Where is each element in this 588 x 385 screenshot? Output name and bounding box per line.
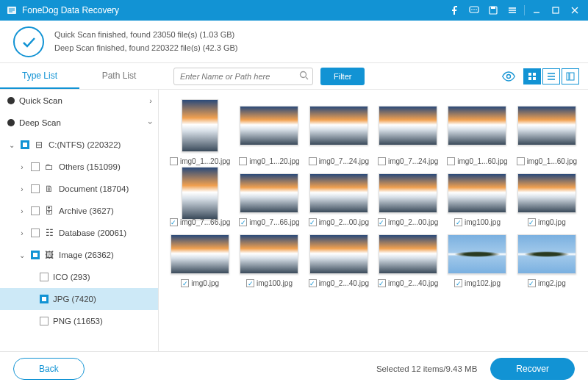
preview-toggle-icon[interactable] (501, 71, 516, 82)
filter-button[interactable]: Filter (320, 68, 365, 85)
checkbox[interactable] (31, 206, 40, 215)
tree-drive[interactable]: ⌄⊟C:(NTFS) (220322) (0, 134, 158, 156)
checkbox[interactable] (40, 317, 49, 325)
thumbnail-item[interactable]: img0_2...40.jpg (376, 232, 440, 287)
thumbnail-item[interactable]: img0_2...00.jpg (376, 171, 440, 226)
thumbnail-image[interactable] (171, 232, 229, 276)
checkbox[interactable] (246, 279, 254, 287)
checkbox[interactable] (454, 218, 462, 226)
menu-icon[interactable] (505, 3, 520, 18)
thumbnail-image[interactable] (309, 171, 368, 215)
thumbnail-image[interactable] (517, 97, 576, 154)
checkbox[interactable] (31, 251, 40, 259)
tree-image[interactable]: ⌄🖼Image (26362) (0, 244, 158, 266)
thumbnail-image[interactable] (182, 97, 218, 154)
checkbox[interactable] (170, 157, 178, 165)
view-grid-button[interactable] (523, 68, 541, 84)
checkbox[interactable] (309, 279, 317, 287)
checkbox[interactable] (31, 229, 40, 237)
thumbnail-item[interactable]: img0_1...60.jpg (445, 97, 509, 165)
thumbnail-image[interactable] (379, 232, 437, 276)
checkbox[interactable] (454, 279, 462, 287)
thumbnail-item[interactable]: img100.jpg (237, 232, 301, 287)
tree-others[interactable]: ›🗀Others (151099) (0, 156, 158, 178)
titlebar: FoneDog Data Recovery (0, 0, 588, 21)
view-detail-button[interactable] (562, 68, 579, 84)
thumbnail-item[interactable]: img0_7...24.jpg (376, 97, 440, 165)
feedback-icon[interactable] (467, 3, 481, 18)
checkbox[interactable] (309, 157, 317, 165)
maximize-icon[interactable] (548, 3, 563, 18)
thumbnail-image[interactable] (309, 97, 368, 154)
tree-deep-scan[interactable]: Deep Scan› (0, 112, 158, 134)
thumbnail-image[interactable] (240, 171, 298, 215)
checkbox[interactable] (31, 162, 40, 171)
status-area: Quick Scan finished, found 23050 file(s)… (0, 21, 588, 63)
checkbox[interactable] (528, 218, 536, 226)
thumbnail-item[interactable]: img0_2...40.jpg (306, 232, 371, 287)
checkbox[interactable] (21, 140, 29, 149)
search-icon[interactable] (299, 71, 309, 80)
checkbox[interactable] (40, 295, 49, 303)
thumbnail-image[interactable] (309, 232, 368, 276)
thumbnail-item[interactable]: img0_2...00.jpg (306, 171, 371, 226)
tree-database[interactable]: ›☷Database (20061) (0, 222, 158, 244)
checkbox[interactable] (378, 279, 386, 287)
thumbnail-image[interactable] (448, 97, 506, 154)
thumbnail-image[interactable] (240, 232, 298, 276)
checkbox[interactable] (239, 157, 247, 165)
thumbnail-item[interactable]: img0_1...60.jpg (514, 97, 579, 165)
checkbox[interactable] (378, 157, 386, 165)
tree-quick-scan[interactable]: Quick Scan› (0, 90, 158, 112)
status-line-2: Deep Scan finished, found 220322 file(s)… (54, 42, 237, 55)
view-list-button[interactable] (542, 68, 560, 84)
thumbnail-item[interactable]: img0_7...66.jpg (237, 171, 301, 226)
checkbox[interactable] (309, 218, 317, 226)
svg-rect-7 (553, 7, 559, 13)
checkbox[interactable] (239, 218, 247, 226)
checkbox[interactable] (378, 218, 386, 226)
thumbnail-image[interactable] (240, 97, 298, 154)
document-icon: 🗎 (44, 184, 54, 194)
thumbnail-item[interactable]: img100.jpg (445, 171, 509, 226)
thumbnail-item[interactable]: img0_7...24.jpg (306, 97, 371, 165)
tab-path-list[interactable]: Path List (79, 63, 159, 89)
thumbnail-item[interactable]: img0.jpg (514, 171, 579, 226)
tree-document[interactable]: ›🗎Document (18704) (0, 178, 158, 200)
tree-ico[interactable]: ICO (293) (0, 266, 158, 288)
tree-archive[interactable]: ›🗄Archive (3627) (0, 200, 158, 222)
back-button[interactable]: Back (13, 358, 85, 380)
checkbox[interactable] (31, 184, 40, 193)
thumbnail-item[interactable]: img0_1...20.jpg (168, 97, 232, 165)
checkbox[interactable] (447, 157, 455, 165)
checkbox[interactable] (170, 218, 178, 226)
thumbnail-item[interactable]: img102.jpg (445, 232, 509, 287)
checkbox[interactable] (517, 157, 525, 165)
tree-jpg[interactable]: JPG (7420) (0, 288, 158, 310)
thumbnail-image[interactable] (448, 171, 506, 215)
thumbnail-item[interactable]: img0.jpg (168, 232, 232, 287)
facebook-icon[interactable] (448, 3, 462, 18)
search-input[interactable] (173, 68, 313, 85)
thumbnail-item[interactable]: img2.jpg (514, 232, 579, 287)
checkbox[interactable] (181, 279, 189, 287)
thumbnail-item[interactable]: img0_7...66.jpg (168, 171, 232, 226)
thumbnail-image[interactable] (517, 232, 576, 276)
close-icon[interactable] (567, 3, 582, 18)
tree-png[interactable]: PNG (11653) (0, 310, 158, 332)
thumbnail-label: img102.jpg (454, 279, 501, 287)
thumbnail-item[interactable]: img0_1...20.jpg (237, 97, 301, 165)
thumbnail-image[interactable] (379, 97, 437, 154)
checkbox[interactable] (40, 273, 49, 281)
minimize-icon[interactable] (529, 3, 544, 18)
filename: img0.jpg (538, 218, 566, 226)
save-icon[interactable] (486, 3, 501, 18)
thumbnail-image[interactable] (379, 171, 437, 215)
tab-type-list[interactable]: Type List (0, 63, 79, 89)
recover-button[interactable]: Recover (490, 358, 575, 380)
thumbnail-image[interactable] (182, 171, 218, 215)
thumbnail-image[interactable] (517, 171, 576, 215)
thumbnail-image[interactable] (448, 232, 506, 276)
thumbnail-label: img2.jpg (528, 279, 566, 287)
checkbox[interactable] (528, 279, 536, 287)
